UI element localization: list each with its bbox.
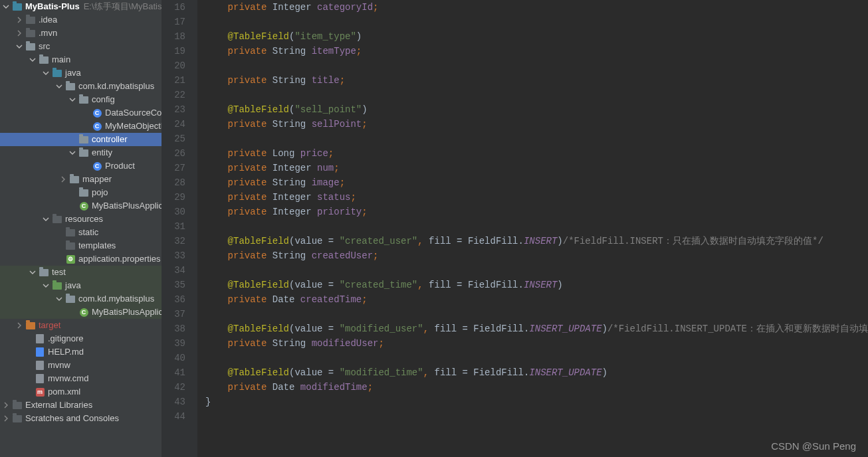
chevron-right-icon[interactable] <box>16 30 23 37</box>
code-line: private String title; <box>205 73 868 88</box>
tree-item-controller[interactable]: controller <box>0 133 162 146</box>
chevron-down-icon[interactable] <box>43 70 49 76</box>
line-number[interactable]: 28 <box>162 175 185 190</box>
tree-item-resources[interactable]: resources <box>0 213 162 226</box>
line-number[interactable]: 32 <box>162 234 185 248</box>
line-number[interactable]: 31 <box>162 219 185 234</box>
chevron-down-icon[interactable] <box>69 96 76 103</box>
class-icon: C <box>92 161 102 171</box>
tree-item-templates[interactable]: templates <box>0 239 162 252</box>
code-line: @TableField(value = "modified_user", fil… <box>205 321 868 336</box>
chevron-down-icon[interactable] <box>29 269 36 276</box>
folder-icon <box>25 41 36 52</box>
line-number[interactable]: 26 <box>162 146 185 161</box>
tree-item-test-pkg[interactable]: com.kd.mybatisplus <box>0 292 162 306</box>
code-line <box>205 15 868 29</box>
line-number[interactable]: 24 <box>162 117 185 132</box>
line-number[interactable]: 21 <box>162 73 185 88</box>
editor-panel[interactable]: 1617181920212223242526272829303132333435… <box>162 0 868 457</box>
tree-item-pojo[interactable]: pojo <box>0 186 162 199</box>
line-number[interactable]: 29 <box>162 190 185 205</box>
tree-item-pkg[interactable]: com.kd.mybatisplus <box>0 80 162 93</box>
tree-item-appprops[interactable]: ⚙application.properties <box>0 252 162 266</box>
chevron-right-icon[interactable] <box>3 402 9 409</box>
tree-item-tests[interactable]: CMyBatisPlusApplicationTests <box>0 306 162 319</box>
project-tree-panel[interactable]: MyBatis-Plus E:\练手项目\MyBatis-Plus .idea … <box>0 0 162 457</box>
line-number[interactable]: 16 <box>162 0 185 15</box>
line-number[interactable]: 41 <box>162 365 185 380</box>
tree-item-test-java[interactable]: java <box>0 279 162 292</box>
line-number[interactable]: 35 <box>162 278 185 292</box>
line-number[interactable]: 25 <box>162 132 185 146</box>
tree-item-scratches[interactable]: Scratches and Consoles <box>0 412 162 425</box>
module-icon <box>12 1 23 12</box>
editor-code-area[interactable]: private Integer categoryId; @TableField(… <box>197 0 868 457</box>
line-number[interactable]: 38 <box>162 321 185 336</box>
tree-item-pom[interactable]: mpom.xml <box>0 385 162 399</box>
chevron-right-icon[interactable] <box>60 176 66 183</box>
line-number[interactable]: 17 <box>162 15 185 29</box>
chevron-down-icon[interactable] <box>43 216 49 223</box>
line-number[interactable]: 18 <box>162 29 185 44</box>
properties-file-icon: ⚙ <box>65 254 76 264</box>
line-number[interactable]: 40 <box>162 351 185 365</box>
tree-item-mvnwcmd[interactable]: mvnw.cmd <box>0 372 162 385</box>
line-number[interactable]: 34 <box>162 263 185 278</box>
tree-item-idea[interactable]: .idea <box>0 13 162 27</box>
tree-item-external-libraries[interactable]: External Libraries <box>0 399 162 412</box>
tree-item-main[interactable]: main <box>0 53 162 66</box>
line-number[interactable]: 27 <box>162 161 185 175</box>
line-number[interactable]: 19 <box>162 44 185 58</box>
tree-item-mymetaobjecthandler[interactable]: CMyMetaObjectHandler <box>0 120 162 133</box>
line-number[interactable]: 37 <box>162 307 185 321</box>
chevron-right-icon[interactable] <box>3 415 9 422</box>
tree-item-product[interactable]: CProduct <box>0 159 162 173</box>
line-number[interactable]: 33 <box>162 248 185 263</box>
tree-item-mvnw[interactable]: mvnw <box>0 359 162 372</box>
package-icon <box>78 134 89 145</box>
chevron-down-icon[interactable] <box>29 56 36 63</box>
tree-item-static[interactable]: static <box>0 226 162 239</box>
package-icon <box>69 174 80 185</box>
code-line: @TableField(value = "created_time", fill… <box>205 278 868 292</box>
line-number[interactable]: 39 <box>162 336 185 351</box>
tree-item-config[interactable]: config <box>0 93 162 106</box>
line-number[interactable]: 22 <box>162 88 185 102</box>
chevron-down-icon[interactable] <box>16 43 23 50</box>
line-number[interactable]: 36 <box>162 292 185 307</box>
tree-item-java[interactable]: java <box>0 66 162 80</box>
line-number[interactable]: 20 <box>162 58 185 73</box>
code-line: private Integer num; <box>205 161 868 175</box>
chevron-down-icon[interactable] <box>56 83 62 90</box>
tree-project-root[interactable]: MyBatis-Plus E:\练手项目\MyBatis-Plus <box>0 0 162 13</box>
tree-item-src[interactable]: src <box>0 40 162 53</box>
tree-item-help[interactable]: HELP.md <box>0 345 162 359</box>
class-icon: C <box>92 121 102 132</box>
tree-item-mvn[interactable]: .mvn <box>0 27 162 40</box>
chevron-right-icon[interactable] <box>16 17 23 23</box>
libraries-icon <box>12 400 23 411</box>
editor-gutter[interactable]: 1617181920212223242526272829303132333435… <box>162 0 197 457</box>
tree-item-mapper[interactable]: mapper <box>0 173 162 186</box>
chevron-down-icon[interactable] <box>69 149 76 156</box>
code-line: @TableField("sell_point") <box>205 102 868 117</box>
tree-item-gitignore[interactable]: .gitignore <box>0 332 162 345</box>
tree-item-datasourceconfig[interactable]: CDataSourceConfig <box>0 106 162 120</box>
line-number[interactable]: 30 <box>162 205 185 219</box>
line-number[interactable]: 42 <box>162 380 185 395</box>
code-line: @TableField(value = "created_user", fill… <box>205 234 868 248</box>
line-number[interactable]: 44 <box>162 409 185 424</box>
tree-item-target[interactable]: target <box>0 319 162 332</box>
chevron-down-icon[interactable] <box>43 282 49 289</box>
chevron-right-icon[interactable] <box>16 322 23 329</box>
chevron-down-icon[interactable] <box>56 296 62 302</box>
tree-item-entity[interactable]: entity <box>0 146 162 159</box>
app-root: MyBatis-Plus E:\练手项目\MyBatis-Plus .idea … <box>0 0 868 457</box>
code-line: private Integer priority; <box>205 205 868 219</box>
file-icon <box>35 373 45 384</box>
line-number[interactable]: 23 <box>162 102 185 117</box>
tree-item-test[interactable]: test <box>0 266 162 279</box>
chevron-down-icon[interactable] <box>3 3 9 10</box>
tree-item-app[interactable]: CMyBatisPlusApplication <box>0 199 162 213</box>
line-number[interactable]: 43 <box>162 395 185 409</box>
